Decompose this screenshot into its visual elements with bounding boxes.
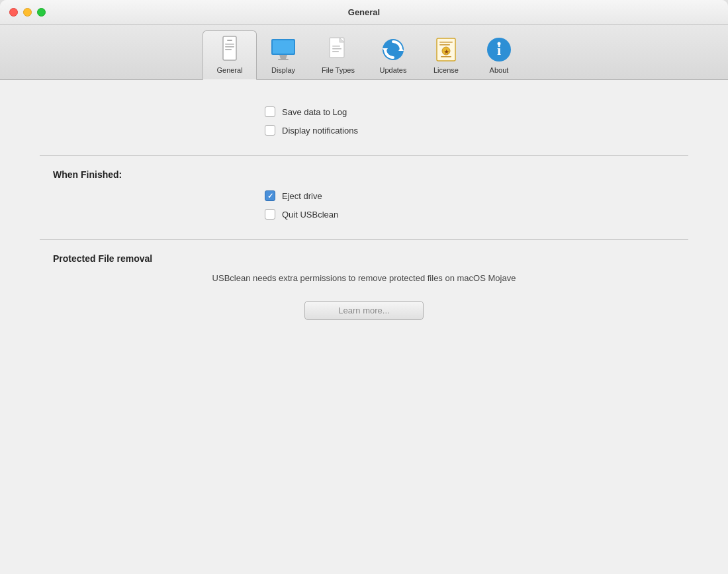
updates-icon (379, 35, 408, 64)
general-icon (215, 35, 244, 64)
svg-marker-7 (279, 55, 287, 59)
tab-license[interactable]: ★ License (420, 31, 473, 79)
tab-filetypes-label: File Types (322, 66, 355, 74)
svg-rect-3 (225, 46, 234, 48)
when-finished-options: Eject drive Quit USBclean (40, 190, 688, 220)
quit-usbclean-checkbox[interactable] (265, 209, 275, 220)
display-notifications-row: Display notifications (265, 125, 463, 136)
tab-display-label: Display (271, 66, 295, 74)
protected-title: Protected File removal (40, 253, 688, 264)
save-log-checkbox[interactable] (265, 106, 275, 117)
svg-rect-13 (332, 51, 339, 52)
minimize-button[interactable] (23, 8, 32, 17)
divider-2 (40, 239, 688, 240)
tab-license-label: License (433, 66, 459, 74)
quit-usbclean-row: Quit USBclean (265, 209, 463, 220)
window-title: General (348, 7, 380, 17)
tab-display[interactable]: Display (257, 31, 310, 79)
svg-point-25 (497, 42, 500, 45)
quit-usbclean-label: Quit USBclean (282, 210, 338, 220)
learn-more-button[interactable]: Learn more... (304, 301, 424, 320)
svg-rect-6 (273, 40, 294, 54)
svg-text:★: ★ (443, 49, 449, 55)
display-icon (269, 35, 298, 64)
tab-about-label: About (490, 66, 509, 74)
title-bar: General (0, 0, 728, 25)
protected-section: Protected File removal USBclean needs ex… (40, 253, 688, 320)
tab-general[interactable]: General (203, 30, 257, 80)
save-log-row: Save data to Log (265, 106, 463, 117)
when-finished-title: When Finished: (40, 169, 688, 180)
app-window: General General (0, 0, 728, 574)
svg-rect-8 (278, 59, 289, 60)
tab-updates[interactable]: Updates (367, 31, 420, 79)
tab-about[interactable]: i About (473, 31, 525, 79)
maximize-button[interactable] (37, 8, 46, 17)
options-section: Save data to Log Display notifications (40, 100, 688, 136)
when-finished-section: When Finished: Eject drive Quit USBclean (40, 169, 688, 220)
about-icon: i (484, 35, 514, 64)
tab-general-label: General (216, 66, 242, 74)
svg-rect-11 (332, 46, 340, 47)
svg-rect-19 (439, 44, 450, 46)
protected-description: USBclean needs extra permissions to remo… (40, 272, 688, 285)
close-button[interactable] (9, 8, 18, 17)
svg-rect-22 (441, 56, 451, 58)
tab-updates-label: Updates (379, 66, 406, 74)
display-notifications-label: Display notifications (282, 126, 358, 136)
svg-rect-2 (225, 44, 234, 45)
eject-drive-row: Eject drive (265, 190, 463, 201)
eject-drive-label: Eject drive (282, 191, 322, 201)
eject-drive-checkbox[interactable] (265, 190, 275, 201)
divider-1 (40, 155, 688, 156)
content-area: Save data to Log Display notifications W… (0, 80, 728, 574)
svg-rect-18 (439, 42, 453, 43)
tab-filetypes[interactable]: File Types (310, 31, 367, 79)
toolbar: General Display (0, 25, 728, 80)
svg-rect-12 (332, 48, 341, 50)
display-notifications-checkbox[interactable] (265, 125, 275, 136)
license-icon: ★ (432, 35, 461, 64)
svg-rect-1 (227, 40, 232, 41)
save-log-label: Save data to Log (282, 107, 347, 117)
svg-rect-4 (225, 49, 232, 50)
traffic-lights (9, 8, 46, 17)
filetypes-icon (324, 35, 353, 64)
